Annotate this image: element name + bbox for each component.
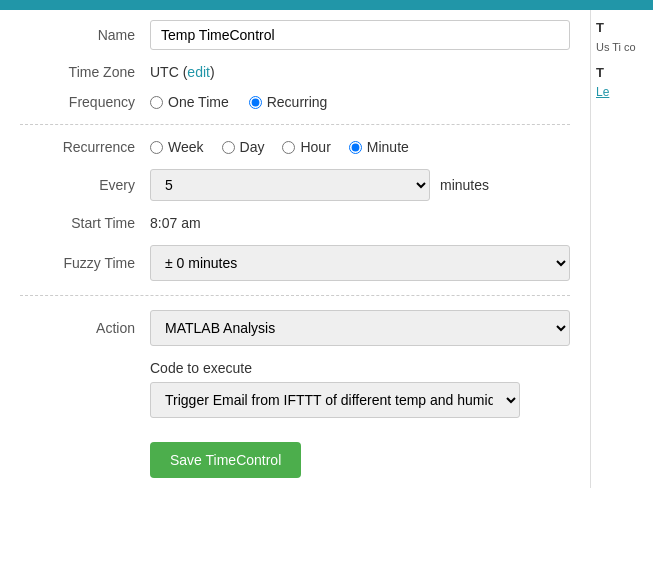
timezone-edit-link[interactable]: edit: [187, 64, 210, 80]
every-label: Every: [20, 177, 150, 193]
fuzzy-time-row: Fuzzy Time ± 0 minutes ± 5 minutes ± 10 …: [20, 245, 570, 281]
code-row: Code to execute Trigger Email from IFTTT…: [20, 360, 570, 418]
right-panel-title2: T: [596, 65, 648, 80]
code-label-row: Code to execute: [150, 360, 252, 376]
recurrence-week-label: Week: [168, 139, 204, 155]
recurrence-hour-label: Hour: [300, 139, 330, 155]
start-time-row: Start Time 8:07 am: [20, 215, 570, 231]
left-panel: Name Time Zone UTC (edit) Frequency One …: [0, 10, 590, 488]
action-label: Action: [20, 320, 150, 336]
timezone-row: Time Zone UTC (edit): [20, 64, 570, 80]
recurrence-label: Recurrence: [20, 139, 150, 155]
save-button-container: Save TimeControl: [20, 432, 570, 478]
frequency-one-time-option[interactable]: One Time: [150, 94, 229, 110]
name-label: Name: [20, 27, 150, 43]
every-select[interactable]: 5 10 15 30: [150, 169, 430, 201]
every-suffix: minutes: [440, 177, 489, 193]
right-panel-link[interactable]: Le: [596, 85, 648, 99]
start-time-value: 8:07 am: [150, 215, 570, 231]
action-value: MATLAB Analysis Other: [150, 310, 570, 346]
frequency-recurring-label: Recurring: [267, 94, 328, 110]
code-label: Code to execute: [150, 360, 252, 376]
frequency-recurring-radio[interactable]: [249, 96, 262, 109]
recurrence-minute-label: Minute: [367, 139, 409, 155]
frequency-one-time-label: One Time: [168, 94, 229, 110]
frequency-value: One Time Recurring: [150, 94, 570, 110]
name-value-container: [150, 20, 570, 50]
recurrence-week-radio[interactable]: [150, 141, 163, 154]
header-bar: [0, 0, 653, 10]
fuzzy-time-value: ± 0 minutes ± 5 minutes ± 10 minutes: [150, 245, 570, 281]
right-panel-title: T: [596, 20, 648, 35]
timezone-label: Time Zone: [20, 64, 150, 80]
frequency-one-time-radio[interactable]: [150, 96, 163, 109]
main-container: Name Time Zone UTC (edit) Frequency One …: [0, 10, 653, 488]
divider-1: [20, 124, 570, 125]
recurrence-hour-radio[interactable]: [282, 141, 295, 154]
save-timecontrol-button[interactable]: Save TimeControl: [150, 442, 301, 478]
frequency-radio-group: One Time Recurring: [150, 94, 570, 110]
fuzzy-time-label: Fuzzy Time: [20, 255, 150, 271]
frequency-label: Frequency: [20, 94, 150, 110]
timezone-close-paren: ): [210, 64, 215, 80]
name-input[interactable]: [150, 20, 570, 50]
recurrence-week-option[interactable]: Week: [150, 139, 204, 155]
action-select[interactable]: MATLAB Analysis Other: [150, 310, 570, 346]
recurrence-day-label: Day: [240, 139, 265, 155]
frequency-row: Frequency One Time Recurring: [20, 94, 570, 110]
fuzzy-time-select[interactable]: ± 0 minutes ± 5 minutes ± 10 minutes: [150, 245, 570, 281]
timezone-value: UTC (edit): [150, 64, 570, 80]
recurrence-hour-option[interactable]: Hour: [282, 139, 330, 155]
recurrence-minute-option[interactable]: Minute: [349, 139, 409, 155]
timezone-utc: UTC: [150, 64, 179, 80]
name-row: Name: [20, 20, 570, 50]
action-row: Action MATLAB Analysis Other: [20, 310, 570, 346]
right-panel-text: Us Ti co: [596, 40, 648, 55]
divider-2: [20, 295, 570, 296]
code-select[interactable]: Trigger Email from IFTTT of different te…: [150, 382, 520, 418]
recurrence-minute-radio[interactable]: [349, 141, 362, 154]
recurrence-day-option[interactable]: Day: [222, 139, 265, 155]
right-panel: T Us Ti co T Le: [590, 10, 653, 488]
recurrence-radio-group: Week Day Hour Minute: [150, 139, 570, 155]
every-row: Every 5 10 15 30 minutes: [20, 169, 570, 201]
recurrence-day-radio[interactable]: [222, 141, 235, 154]
recurrence-row: Recurrence Week Day Hour: [20, 139, 570, 155]
start-time-label: Start Time: [20, 215, 150, 231]
frequency-recurring-option[interactable]: Recurring: [249, 94, 328, 110]
start-time-text: 8:07 am: [150, 215, 201, 231]
recurrence-value: Week Day Hour Minute: [150, 139, 570, 155]
